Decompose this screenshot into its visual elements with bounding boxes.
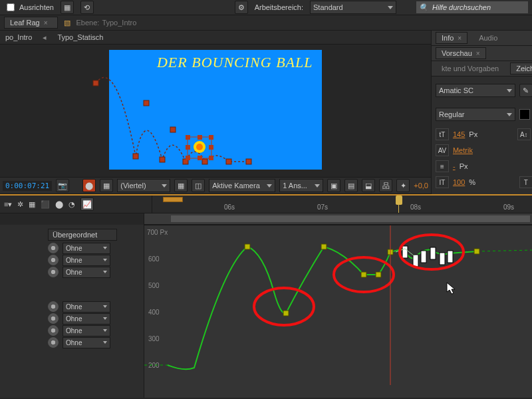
visibility-toggle[interactable] [48,337,59,348]
graph-editor[interactable]: 700 Px 600 500 400 300 200 [144,225,532,398]
ruler-tick: 09s [503,203,514,211]
tool-btn-1[interactable]: ▦ [61,1,74,14]
tool-btn-2[interactable]: ⟲ [80,1,94,14]
svg-text:400: 400 [148,309,160,316]
close-icon[interactable]: × [44,19,48,27]
parent-select[interactable]: Ohne [63,255,110,266]
help-search-input[interactable]: 🔍Hilfe durchsuchen [416,1,528,13]
visibility-toggle[interactable] [48,313,59,324]
ruler-tick: 08s [410,203,421,211]
parent-select[interactable]: Ohne [63,325,110,336]
work-area-bar[interactable] [163,197,183,202]
comp-tab-a[interactable]: po_Intro [5,33,32,41]
vbtn-4[interactable]: 品 [379,179,392,192]
vbtn-3[interactable]: ⬓ [362,179,375,192]
layer-row[interactable]: Ohne [0,325,144,336]
layer-row[interactable]: Ohne [0,301,144,313]
motion-path-overlay [89,50,302,170]
workspace-icon: ⚙ [235,1,248,14]
time-navigator[interactable] [144,213,532,225]
vbtn-5[interactable]: ✦ [396,179,410,192]
font-style-select[interactable]: Regular [436,108,515,121]
vbtn-2[interactable]: ▤ [344,179,358,192]
layer-row[interactable]: Ohne [0,254,144,266]
graph-editor-toggle[interactable]: 📈 [80,198,94,211]
visibility-toggle[interactable] [48,243,59,253]
hscale-icon: T [519,176,532,188]
exposure-value[interactable]: +0,0 [414,182,428,190]
composition-canvas: DER BOUNCING BALL [109,50,322,170]
grid-btn[interactable]: ▦ [174,179,188,192]
comp-icon: ▧ [61,19,74,27]
panel-tab-audio[interactable]: Audio [473,32,503,44]
stroke-width-value[interactable]: - [453,162,456,170]
tl-tool-2[interactable]: ✲ [17,200,23,209]
panel-tab-preview[interactable]: Vorschau× [436,47,486,59]
svg-rect-39 [440,253,445,265]
vscale-value[interactable]: 100 [453,178,465,186]
font-size-value[interactable]: 145 [453,130,465,138]
svg-rect-0 [93,80,98,86]
panel-tab-character[interactable]: Zeichen× [510,63,532,74]
camera-select[interactable]: Aktive Kamera [209,179,275,192]
search-placeholder: Hilfe durchsuchen [432,3,491,11]
visibility-toggle[interactable] [48,301,59,312]
svg-point-11 [196,144,203,150]
mask-btn[interactable]: ◫ [192,179,205,192]
parent-select[interactable]: Ohne [63,267,110,278]
align-label: Ausrichten [19,3,54,11]
snapshot-icon[interactable]: 📷 [56,179,69,192]
svg-rect-35 [402,246,408,258]
visibility-toggle[interactable] [48,325,59,336]
timecode-display[interactable]: 0:00:07:21 [3,181,52,191]
layer-row[interactable]: Ohne [0,266,144,278]
eyedropper-icon[interactable]: ✎ [519,84,532,97]
tl-tool-6[interactable]: ◔ [68,200,75,209]
svg-rect-16 [198,135,202,140]
svg-rect-3 [160,157,165,162]
align-checkbox[interactable]: Ausrichten [4,1,54,13]
kerning-value[interactable]: Metrik [453,146,473,154]
svg-rect-33 [474,249,479,254]
panel-tab-info[interactable]: Info× [436,32,467,44]
tl-tool-1[interactable]: ≡▾ [4,200,12,209]
layer-prefix: Ebene: [76,19,100,27]
views-select[interactable]: 1 Ans... [279,179,323,192]
current-time-indicator[interactable] [398,196,399,213]
visibility-toggle[interactable] [48,267,59,277]
font-family-select[interactable]: Amatic SC [436,84,515,97]
svg-rect-18 [186,145,190,150]
parent-select[interactable]: Ohne [63,301,110,313]
layer-row[interactable]: Ohne [0,313,144,325]
svg-rect-2 [144,100,149,106]
svg-rect-38 [430,247,436,259]
tl-tool-5[interactable]: ⬤ [55,200,63,209]
parent-select[interactable]: Ohne [63,337,110,348]
svg-rect-6 [202,159,207,164]
vbtn-1[interactable]: ▣ [327,179,340,192]
alpha-btn[interactable]: ▦ [100,179,113,192]
channel-btn[interactable]: ⬤ [82,179,96,192]
ruler-tick: 06s [224,203,235,211]
composition-viewer[interactable]: DER BOUNCING BALL [0,45,431,177]
prev-comp-icon[interactable]: ◂ [40,33,49,42]
parent-select[interactable]: Ohne [63,243,110,254]
parent-select[interactable]: Ohne [63,313,110,325]
svg-point-43 [254,288,314,325]
layer-row[interactable]: Ohne [0,336,144,348]
project-tab-leafrag[interactable]: Leaf Rag× [4,17,58,29]
visibility-toggle[interactable] [48,255,59,265]
layer-row[interactable]: Ohne [0,242,144,254]
workspace-select[interactable]: Standard [310,1,396,14]
tl-tool-3[interactable]: ▦ [29,200,35,209]
comp-tab-b[interactable]: Typo_Statisch [57,33,103,41]
kerning-icon: AV [436,144,449,156]
leading-icon: A↕ [517,128,531,140]
ruler-tick: 07s [317,203,328,211]
stroke-color-swatch[interactable] [519,109,530,120]
resolution-select[interactable]: (Viertel) [117,179,170,192]
svg-rect-8 [246,159,251,164]
time-ruler[interactable]: 06s 07s 08s 09s [152,196,532,213]
tl-tool-4[interactable]: ⬛ [41,200,50,209]
panel-tab-effects[interactable]: kte und Vorgaben [436,63,505,74]
